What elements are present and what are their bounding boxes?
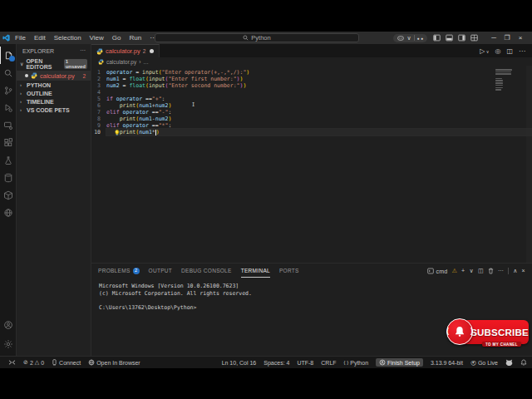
go-live-button[interactable]: ⦿ Go Live [470, 360, 498, 366]
explorer-section[interactable]: › VS CODE PETS [17, 106, 91, 114]
testing-icon[interactable] [0, 151, 17, 169]
code-line[interactable]: 5if operator =="+": [91, 96, 532, 102]
terminal-line: C:\Users\13762\Desktop\Python> [99, 304, 532, 312]
kill-terminal-icon[interactable] [488, 268, 494, 274]
package-icon[interactable] [0, 186, 17, 204]
panel-tab-output[interactable]: OUTPUT [149, 264, 173, 278]
terminal-profile[interactable]: cmd [427, 268, 447, 274]
open-editors-header[interactable]: ∨ OPEN EDITORS 1 unsaved [17, 57, 91, 71]
toggle-panel-icon[interactable] [446, 34, 453, 42]
code-line[interactable]: 1operator = input("Enter operator(+,-,*,… [91, 69, 532, 76]
menu-item[interactable]: View [86, 34, 107, 42]
modified-dot-icon[interactable] [150, 49, 154, 53]
connect-button[interactable]: Connect [52, 359, 81, 366]
new-terminal-icon[interactable]: + [461, 268, 465, 273]
toggle-secondary-sidebar-icon[interactable] [458, 34, 466, 42]
customize-layout-icon[interactable] [470, 34, 478, 42]
terminal-icon [427, 268, 434, 274]
titlebar: FileEditSelectionViewGoRun⋯ ← → Python ∨… [0, 32, 532, 44]
panel-tab-debug-console[interactable]: DEBUG CONSOLE [181, 264, 232, 278]
close-button[interactable]: × [514, 34, 527, 42]
code-line[interactable]: 7elif operator =="-": [91, 109, 532, 116]
search-sidebar-icon[interactable] [0, 64, 17, 81]
code-line[interactable]: 9elif operator =="*": [91, 122, 532, 129]
terminal-line: (c) Microsoft Corporation. All rights re… [99, 290, 532, 298]
explorer-section[interactable]: › OUTLINE [17, 89, 91, 97]
editor-scrollbar[interactable] [526, 66, 532, 263]
problems-status[interactable]: ⊘ 2 △ 0 [23, 359, 44, 366]
split-terminal-icon[interactable]: ◫ [478, 268, 484, 274]
code-line[interactable]: 2num1 = float(input("Enter first number:… [91, 76, 532, 82]
remote-indicator[interactable] [8, 359, 16, 366]
split-editor-icon[interactable]: ◫ [506, 47, 513, 55]
explorer-icon[interactable] [0, 47, 17, 64]
indentation[interactable]: Spaces: 4 [264, 360, 289, 366]
divider [414, 35, 415, 41]
copilot-button[interactable]: ∨ ● ● [393, 34, 427, 42]
code-line[interactable]: 6 print(num1+num2) [91, 102, 532, 109]
chevron-right-icon: › [20, 99, 24, 104]
minimize-button[interactable]: ─ [487, 34, 500, 42]
explorer-more-icon[interactable]: ⋯ [80, 47, 86, 54]
menu-item[interactable]: File [12, 34, 29, 42]
breadcrumb[interactable]: calculator.py › … [91, 57, 532, 66]
menu-item[interactable]: Edit [31, 34, 49, 42]
cursor-position[interactable]: Ln 10, Col 16 [222, 360, 257, 366]
close-panel-icon[interactable]: × [522, 268, 525, 273]
menu-item[interactable]: Run [126, 34, 145, 42]
braces-icon: { } [344, 360, 349, 365]
database-icon[interactable] [0, 169, 17, 186]
lightbulb-icon[interactable]: 💡 [114, 130, 121, 135]
settings-gear-icon[interactable] [0, 335, 17, 352]
python-interpreter[interactable]: 3.13.9 64-bit [431, 360, 463, 366]
explorer-section[interactable]: › PYTHON [17, 81, 91, 89]
code-line[interactable]: 4 [91, 89, 532, 96]
run-debug-icon[interactable] [0, 99, 17, 116]
extensions-icon[interactable] [0, 134, 17, 151]
panel-tab-ports[interactable]: PORTS [279, 264, 299, 278]
tab-filename: calculator.py [106, 47, 140, 55]
more-actions-icon[interactable]: ⋯ [519, 47, 525, 55]
pets-status-icon[interactable] [505, 359, 513, 366]
globe-extension-icon[interactable] [0, 204, 17, 221]
eol-sequence[interactable]: CRLF [321, 360, 336, 366]
subscribe-overlay[interactable]: SUBSCRIBE TO MY CHANEL ( ) [444, 318, 529, 349]
panel-tab-problems[interactable]: PROBLEMS2 [98, 264, 140, 278]
panel-tab-terminal[interactable]: TERMINAL [241, 264, 270, 278]
open-in-browser-button[interactable]: Open In Browser [88, 359, 140, 366]
run-config-icon[interactable]: ◎ [495, 47, 500, 55]
code-line[interactable]: 3num2 = float(input("Enter second number… [91, 82, 532, 89]
warning-count: 0 [41, 360, 44, 366]
remote-explorer-icon[interactable] [0, 116, 17, 134]
explorer-section[interactable]: › TIMELINE [17, 97, 91, 106]
terminal-profile-chevron-icon[interactable]: ∨ [470, 268, 474, 274]
code-line[interactable]: 8 print(num1-num2) [91, 116, 532, 122]
notifications-bell[interactable] [520, 359, 527, 366]
maximize-button[interactable]: ❐ [500, 34, 514, 42]
line-number: 9 [91, 122, 106, 129]
chevron-down-icon: ∨ [485, 49, 489, 54]
language-mode[interactable]: { } Python [344, 360, 368, 366]
toggle-sidebar-icon[interactable] [433, 34, 441, 42]
source-control-icon[interactable] [0, 81, 17, 99]
tab-calculator[interactable]: calculator.py 2 [91, 44, 160, 57]
maximize-panel-icon[interactable]: ∧ [513, 268, 517, 274]
menu-item[interactable]: Go [109, 34, 125, 42]
panel-more-icon[interactable]: ⋯ [498, 268, 504, 274]
menu-item[interactable]: Selection [51, 34, 85, 42]
open-editor-item-calculator[interactable]: calculator.py 2 [17, 71, 91, 81]
encoding[interactable]: UTF-8 [297, 360, 313, 366]
run-button[interactable]: ▷ ∨ [480, 47, 489, 55]
terminal-warning-icon[interactable]: ⚠ [452, 268, 458, 274]
minimap[interactable] [495, 69, 512, 91]
command-center-search[interactable]: Python [155, 33, 359, 42]
bell-badge: ( ) [446, 318, 473, 345]
chevron-down-icon: ∨ [20, 61, 23, 66]
code-line[interactable]: 10💡 print(num1*) [91, 129, 532, 135]
account-icon[interactable] [0, 316, 17, 333]
tab-problem-badge: 2 [143, 48, 146, 54]
broadcast-icon: ⦿ [470, 360, 476, 366]
finish-setup-button[interactable]: Finish Setup [376, 358, 423, 367]
bell-icon [520, 359, 527, 366]
code-editor[interactable]: 1operator = input("Enter operator(+,-,*,… [91, 66, 532, 263]
